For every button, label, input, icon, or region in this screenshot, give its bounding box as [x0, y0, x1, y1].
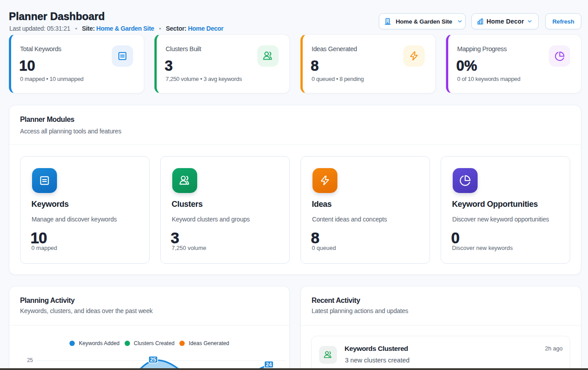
svg-text:24: 24 [266, 362, 272, 368]
svg-text:25: 25 [150, 357, 156, 363]
